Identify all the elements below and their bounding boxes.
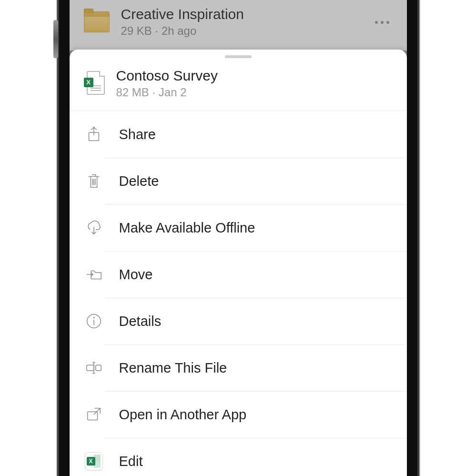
svg-rect-4 [95,365,101,370]
share-icon [84,124,104,144]
phone-side-button [53,20,58,58]
rename-icon [84,358,104,378]
action-move[interactable]: Move [84,251,407,298]
action-sheet: X Contoso Survey 82 MB · Jan 2 Share [70,50,407,476]
svg-point-2 [93,317,94,318]
action-delete[interactable]: Delete [84,158,407,204]
action-label: Delete [104,158,407,204]
action-share[interactable]: Share [84,111,407,158]
folder-name: Creative Inspiration [121,6,374,22]
action-label: Details [104,298,407,344]
excel-app-icon [84,451,104,471]
excel-file-icon: X [84,71,105,96]
info-icon [84,311,104,331]
open-external-icon [84,405,104,425]
svg-rect-5 [87,412,97,420]
trash-icon [84,171,104,191]
action-edit[interactable]: Edit [84,438,407,476]
folder-meta: 29 KB · 2h ago [121,24,374,38]
svg-rect-3 [86,365,93,370]
sheet-file-meta: 82 MB · Jan 2 [116,86,218,99]
action-label: Rename This File [104,344,407,391]
more-icon[interactable] [374,20,393,25]
sheet-grabber[interactable] [225,55,252,58]
sheet-header: X Contoso Survey 82 MB · Jan 2 [70,63,407,111]
phone-frame: Creative Inspiration 29 KB · 2h ago [59,0,417,476]
action-list: Share Delete Make Available Offline [70,111,407,476]
action-label: Edit [104,438,407,476]
action-open-in-another-app[interactable]: Open in Another App [84,391,407,438]
folder-row-creative-inspiration[interactable]: Creative Inspiration 29 KB · 2h ago [70,0,407,51]
action-make-available-offline[interactable]: Make Available Offline [84,204,407,251]
action-details[interactable]: Details [84,298,407,344]
action-rename[interactable]: Rename This File [84,344,407,391]
cloud-download-icon [84,218,104,238]
folder-icon [84,11,110,32]
action-label: Make Available Offline [104,204,407,251]
phone-screen: Creative Inspiration 29 KB · 2h ago [70,0,407,476]
action-label: Move [104,251,407,298]
sheet-file-name: Contoso Survey [116,68,218,84]
action-label: Open in Another App [104,391,407,438]
action-label: Share [104,111,407,158]
move-folder-icon [84,264,104,284]
